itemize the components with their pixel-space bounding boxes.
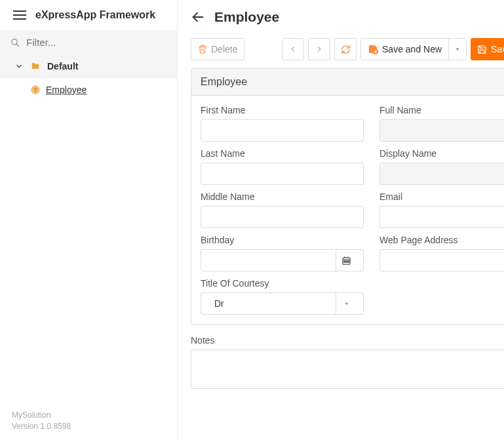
svg-rect-14 — [348, 261, 349, 262]
delete-label: Delete — [211, 44, 237, 54]
filter-input[interactable] — [26, 37, 166, 48]
field-title-of-courtesy: Title Of Courtesy Dr — [201, 278, 364, 315]
input-web[interactable] — [379, 249, 504, 271]
app-title: eXpressApp Framework — [35, 9, 155, 21]
folder-icon — [30, 62, 41, 71]
refresh-icon — [341, 45, 351, 54]
save-new-icon — [368, 44, 378, 54]
chevron-left-icon — [288, 45, 298, 54]
calendar-icon — [341, 256, 351, 266]
trash-icon — [198, 45, 207, 54]
input-last-name[interactable] — [201, 163, 364, 185]
caret-down-icon — [343, 300, 350, 307]
save-button[interactable]: Save — [471, 38, 504, 60]
field-email: Email — [379, 191, 504, 228]
filter-box — [0, 30, 177, 54]
field-middle-name: Middle Name — [201, 191, 364, 228]
content: Employee First Name Full Name Last Name — [178, 68, 504, 404]
save-and-new-caret[interactable] — [448, 39, 466, 60]
input-birthday-wrapper — [201, 249, 364, 271]
nav-tree: Default ? Employee — [0, 54, 177, 102]
delete-button[interactable]: Delete — [191, 38, 244, 60]
field-web: Web Page Address — [379, 235, 504, 271]
select-title[interactable]: Dr — [201, 292, 364, 315]
svg-text:?: ? — [33, 87, 37, 93]
input-first-name[interactable] — [201, 119, 364, 142]
back-arrow-icon[interactable] — [191, 10, 205, 24]
input-birthday[interactable] — [208, 250, 336, 271]
menu-icon[interactable] — [13, 10, 26, 20]
select-title-value: Dr — [208, 298, 231, 309]
save-and-new-label: Save and New — [382, 44, 442, 54]
search-icon — [10, 37, 20, 48]
svg-rect-12 — [344, 261, 345, 262]
label-middle-name: Middle Name — [201, 191, 364, 202]
save-label: Save — [491, 44, 504, 54]
field-first-name: First Name — [201, 105, 364, 142]
label-email: Email — [379, 191, 504, 202]
select-title-caret — [336, 293, 357, 314]
toolbar: Delete Save and New — [178, 34, 504, 68]
label-first-name: First Name — [201, 105, 364, 115]
footer-version: Version 1.0.8598 — [12, 421, 165, 432]
label-display-name: Display Name — [379, 148, 504, 159]
svg-line-1 — [16, 43, 19, 46]
question-icon: ? — [30, 85, 41, 95]
chevron-down-icon — [14, 62, 24, 71]
input-email[interactable] — [379, 206, 504, 228]
svg-rect-13 — [346, 261, 347, 262]
sidebar-footer: MySolution Version 1.0.8598 — [0, 402, 177, 440]
tree-item-employee[interactable]: ? Employee — [0, 78, 177, 102]
next-button[interactable] — [308, 38, 330, 60]
tree-group-default[interactable]: Default — [0, 54, 177, 78]
chevron-right-icon — [315, 45, 324, 54]
calendar-button[interactable] — [336, 250, 357, 271]
prev-button[interactable] — [282, 38, 304, 60]
field-full-name: Full Name — [379, 105, 504, 142]
svg-marker-15 — [345, 303, 348, 305]
field-last-name: Last Name — [201, 148, 364, 185]
label-full-name: Full Name — [379, 105, 504, 115]
label-last-name: Last Name — [201, 148, 364, 159]
footer-solution: MySolution — [12, 410, 165, 421]
main-header: Employee — [178, 0, 504, 34]
panel-body: First Name Full Name Last Name Display N… — [191, 96, 504, 324]
sidebar-header: eXpressApp Framework — [0, 0, 177, 30]
panel-header: Employee — [191, 69, 504, 96]
svg-marker-7 — [456, 49, 459, 50]
save-and-new-button[interactable]: Save and New — [360, 38, 467, 60]
field-birthday: Birthday — [201, 235, 364, 271]
label-notes: Notes — [191, 335, 504, 346]
tree-item-label: Employee — [46, 85, 87, 95]
input-display-name — [379, 163, 504, 185]
sidebar: eXpressApp Framework Default ? Employee … — [0, 0, 178, 440]
field-notes: Notes — [191, 335, 504, 391]
label-title: Title Of Courtesy — [201, 278, 364, 289]
save-icon — [477, 45, 487, 54]
refresh-button[interactable] — [334, 38, 357, 60]
field-display-name: Display Name — [379, 148, 504, 185]
input-notes[interactable] — [191, 350, 504, 389]
label-birthday: Birthday — [201, 235, 364, 245]
input-full-name — [379, 119, 504, 142]
page-title: Employee — [214, 9, 496, 25]
tree-group-label: Default — [47, 61, 78, 71]
label-web: Web Page Address — [379, 235, 504, 245]
employee-panel: Employee First Name Full Name Last Name — [191, 68, 504, 325]
main-area: Employee Delete Save and New — [178, 0, 504, 440]
caret-down-icon — [454, 46, 461, 52]
input-middle-name[interactable] — [201, 206, 364, 228]
